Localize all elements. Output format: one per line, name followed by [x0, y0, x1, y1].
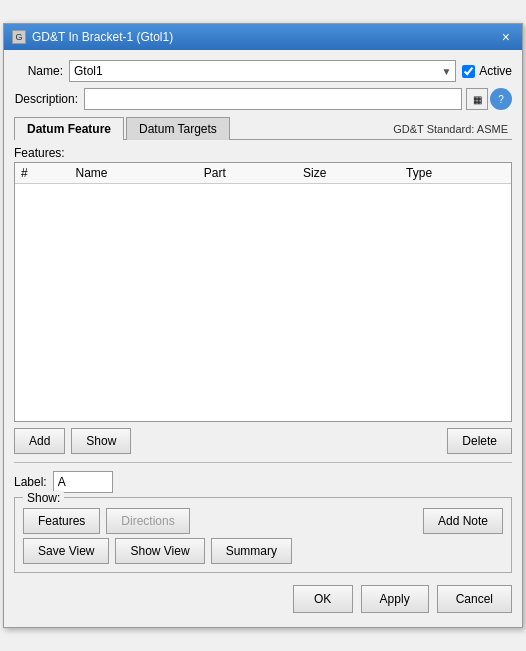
standard-label: GD&T Standard: ASME	[393, 123, 512, 139]
grid-icon-button[interactable]: ▦	[466, 88, 488, 110]
features-show-button[interactable]: Features	[23, 508, 100, 534]
label-input[interactable]	[53, 471, 113, 493]
title-bar: G GD&T In Bracket-1 (Gtol1) ×	[4, 24, 522, 50]
add-button[interactable]: Add	[14, 428, 65, 454]
show-row1: Features Directions Add Note	[23, 508, 503, 534]
tab-datum-feature[interactable]: Datum Feature	[14, 117, 124, 140]
label-row: Label:	[14, 471, 512, 493]
action-buttons-row: Add Show Delete	[14, 428, 512, 454]
title-bar-left: G GD&T In Bracket-1 (Gtol1)	[12, 30, 173, 44]
active-label: Active	[479, 64, 512, 78]
name-label: Name:	[14, 64, 69, 78]
col-header-hash: #	[15, 163, 69, 184]
window-title: GD&T In Bracket-1 (Gtol1)	[32, 30, 173, 44]
bottom-buttons: OK Apply Cancel	[14, 581, 512, 617]
col-header-type: Type	[400, 163, 511, 184]
ok-button[interactable]: OK	[293, 585, 353, 613]
apply-button[interactable]: Apply	[361, 585, 429, 613]
features-table: # Name Part Size Type	[15, 163, 511, 184]
tab-datum-targets[interactable]: Datum Targets	[126, 117, 230, 140]
chevron-down-icon: ▼	[441, 66, 451, 77]
show-row2: Save View Show View Summary	[23, 538, 503, 564]
name-row: Name: Gtol1 ▼ Active	[14, 60, 512, 82]
description-label: Description:	[14, 92, 84, 106]
features-table-area: # Name Part Size Type	[14, 162, 512, 422]
main-window: G GD&T In Bracket-1 (Gtol1) × Name: Gtol…	[3, 23, 523, 628]
show-button[interactable]: Show	[71, 428, 131, 454]
summary-button[interactable]: Summary	[211, 538, 292, 564]
tabs-left: Datum Feature Datum Targets	[14, 116, 232, 139]
tabs-row: Datum Feature Datum Targets GD&T Standar…	[14, 116, 512, 140]
name-value: Gtol1	[74, 64, 103, 78]
active-checkbox-label[interactable]: Active	[462, 64, 512, 78]
description-row: Description: ▦ ?	[14, 88, 512, 110]
add-note-button[interactable]: Add Note	[423, 508, 503, 534]
divider	[14, 462, 512, 463]
delete-button[interactable]: Delete	[447, 428, 512, 454]
save-view-button[interactable]: Save View	[23, 538, 109, 564]
features-section-label: Features:	[14, 146, 512, 160]
directions-button[interactable]: Directions	[106, 508, 189, 534]
show-legend: Show:	[23, 491, 64, 505]
window-icon: G	[12, 30, 26, 44]
help-icon-button[interactable]: ?	[490, 88, 512, 110]
col-header-name: Name	[69, 163, 197, 184]
description-icons: ▦ ?	[466, 88, 512, 110]
col-header-part: Part	[198, 163, 297, 184]
description-input[interactable]	[84, 88, 462, 110]
active-checkbox[interactable]	[462, 65, 475, 78]
show-view-button[interactable]: Show View	[115, 538, 204, 564]
cancel-button[interactable]: Cancel	[437, 585, 512, 613]
col-header-size: Size	[297, 163, 400, 184]
name-dropdown[interactable]: Gtol1 ▼	[69, 60, 456, 82]
show-section: Show: Features Directions Add Note Save …	[14, 497, 512, 573]
dialog-content: Name: Gtol1 ▼ Active Description: ▦ ? Da…	[4, 50, 522, 627]
close-button[interactable]: ×	[498, 29, 514, 45]
label-field-label: Label:	[14, 475, 47, 489]
